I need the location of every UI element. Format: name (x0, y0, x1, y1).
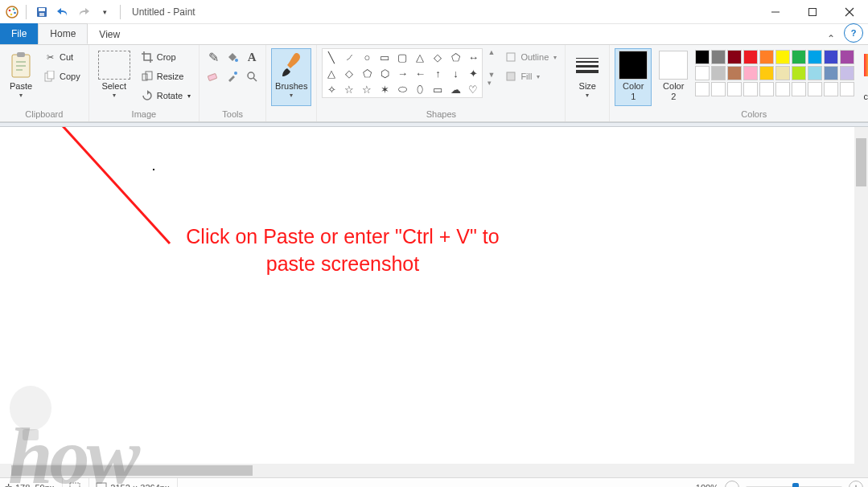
color-swatch[interactable] (840, 82, 854, 96)
copy-button[interactable]: Copy (40, 68, 84, 85)
paste-button[interactable]: Paste ▾ (5, 48, 37, 106)
maximize-button[interactable] (794, 0, 831, 23)
color-swatch[interactable] (743, 66, 758, 80)
cut-button[interactable]: ✂Cut (40, 48, 84, 66)
qat-customize-icon[interactable]: ▾ (96, 3, 113, 21)
color-swatch[interactable] (775, 50, 790, 64)
color-swatch[interactable] (759, 82, 774, 96)
paint-app-icon (5, 5, 19, 19)
cursor-position: ✛ 178, 59px (5, 478, 63, 487)
undo-icon[interactable] (54, 3, 72, 21)
color-swatch[interactable] (711, 50, 726, 64)
svg-line-29 (47, 127, 170, 244)
svg-rect-6 (39, 8, 45, 11)
color-swatch[interactable] (727, 66, 742, 80)
shapes-scroll-up[interactable]: ▲ (487, 48, 495, 56)
color2-swatch (659, 51, 688, 80)
svg-rect-13 (17, 52, 25, 57)
color-swatch[interactable] (695, 50, 710, 64)
size-icon (574, 51, 600, 80)
collapse-ribbon-icon[interactable]: ⌃ (820, 33, 842, 44)
zoom-in-button[interactable]: + (849, 481, 863, 488)
horizontal-scrollbar[interactable] (0, 464, 854, 477)
color-swatch[interactable] (711, 66, 726, 80)
color-swatch[interactable] (759, 50, 774, 64)
rotate-button[interactable]: Rotate▾ (138, 87, 194, 104)
color-swatch[interactable] (808, 66, 822, 80)
save-icon[interactable] (33, 3, 51, 21)
magnifier-tool[interactable] (243, 68, 261, 85)
color-picker-tool[interactable] (224, 68, 241, 85)
color-swatch[interactable] (695, 66, 710, 80)
color1-swatch (619, 51, 648, 80)
color-swatch[interactable] (808, 82, 822, 96)
color-swatch[interactable] (792, 82, 806, 96)
color-swatch[interactable] (808, 50, 822, 64)
minimize-button[interactable] (757, 0, 794, 23)
size-button[interactable]: Size ▾ (570, 48, 604, 106)
group-colors: Color 1 Color 2 Edit colors Colors (610, 45, 868, 121)
color1-button[interactable]: Color 1 (615, 48, 652, 106)
copy-icon (43, 70, 56, 83)
shapes-gallery[interactable]: ╲⟋○▭▢△◇⬠↔ △◇⬠⬡→←↑↓✦ ✧☆☆✶⬭⬯▭☁♡ (322, 48, 483, 98)
help-icon[interactable]: ? (844, 23, 863, 43)
resize-button[interactable]: Resize (138, 68, 194, 85)
crop-button[interactable]: Crop (138, 48, 194, 66)
color-swatch[interactable] (792, 50, 806, 64)
svg-point-23 (234, 72, 237, 75)
text-tool[interactable]: A (243, 48, 261, 66)
close-button[interactable] (831, 0, 868, 23)
outline-button[interactable]: Outline▾ (501, 48, 560, 66)
color2-button[interactable]: Color 2 (655, 48, 692, 106)
vertical-scrollbar[interactable] (854, 127, 868, 477)
zoom-out-button[interactable]: − (725, 481, 739, 488)
fill-button[interactable]: Fill▾ (501, 68, 560, 85)
svg-rect-20 (146, 72, 152, 80)
group-brushes: Brushes ▾ . (266, 45, 317, 121)
svg-rect-16 (16, 69, 23, 71)
status-bar: ✛ 178, 59px 2152 × 3264px 100% − + (0, 477, 868, 487)
color-swatch[interactable] (824, 66, 838, 80)
pencil-tool[interactable]: ✎ (204, 48, 222, 66)
svg-rect-7 (39, 13, 44, 16)
color-swatch[interactable] (759, 66, 774, 80)
color-swatch[interactable] (743, 50, 758, 64)
color-palette[interactable] (695, 50, 854, 96)
crosshair-icon: ✛ (5, 482, 12, 487)
svg-point-21 (235, 59, 238, 62)
color-swatch[interactable] (824, 82, 838, 96)
svg-rect-30 (70, 483, 80, 488)
group-clipboard: Paste ▾ ✂Cut Copy Clipboard (0, 45, 89, 121)
window-title: Untitled - Paint (132, 6, 195, 18)
color-swatch[interactable] (775, 66, 790, 80)
tab-file[interactable]: File (0, 23, 38, 44)
color-swatch[interactable] (824, 50, 838, 64)
color-swatch[interactable] (792, 66, 806, 80)
color-swatch[interactable] (727, 82, 742, 96)
eraser-tool[interactable] (204, 68, 222, 85)
brushes-button[interactable]: Brushes ▾ (271, 48, 311, 106)
canvas[interactable]: Click on Paste or enter "Ctrl + V" to pa… (5, 127, 849, 477)
color-swatch[interactable] (775, 82, 790, 96)
tab-home[interactable]: Home (38, 23, 88, 44)
tab-view[interactable]: View (88, 25, 131, 44)
chevron-down-icon: ▾ (290, 92, 293, 99)
edit-colors-button[interactable]: Edit colors (858, 48, 868, 106)
group-tools: ✎ A Tools (200, 45, 266, 121)
shapes-scroll-down[interactable]: ▼ (487, 71, 495, 79)
color-swatch[interactable] (695, 82, 710, 96)
crop-icon (141, 51, 154, 63)
shapes-expand[interactable]: ▾ (487, 79, 495, 87)
color-swatch[interactable] (840, 66, 854, 80)
color-swatch[interactable] (840, 50, 854, 64)
select-button[interactable]: Select ▾ (94, 48, 134, 106)
ribbon: Paste ▾ ✂Cut Copy Clipboard Select ▾ Cro… (0, 45, 868, 122)
chevron-down-icon: ▾ (113, 92, 116, 99)
redo-icon[interactable] (75, 3, 93, 21)
select-icon (98, 51, 130, 80)
fill-tool[interactable] (224, 48, 241, 66)
color-swatch[interactable] (711, 82, 726, 96)
color-swatch[interactable] (727, 50, 742, 64)
svg-rect-22 (208, 73, 216, 80)
color-swatch[interactable] (743, 82, 758, 96)
